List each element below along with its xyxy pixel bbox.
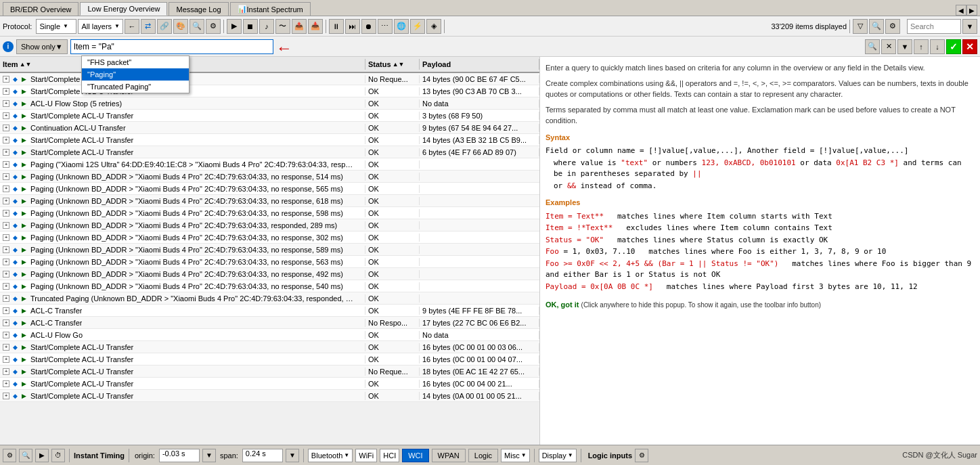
filter-clear-button[interactable]: ✕ — [881, 39, 896, 54]
expand-button[interactable]: + — [3, 88, 9, 95]
table-row[interactable]: + ◆ ▶ Paging (Unknown BD_ADDR > "Xiaomi … — [0, 195, 539, 207]
table-row[interactable]: + ◆ ▶ Start/Complete ACL-U Transfer No R… — [0, 366, 539, 378]
forward-button[interactable]: ⇄ — [141, 19, 156, 34]
table-row[interactable]: + ◆ ▶ Paging (Unknown BD_ADDR > "Xiaomi … — [0, 231, 539, 244]
expand-button[interactable]: + — [3, 234, 9, 241]
wifi-dropdown[interactable]: WiFi — [355, 449, 377, 462]
expand-button[interactable]: + — [3, 76, 9, 83]
expand-button[interactable]: + — [3, 100, 9, 107]
table-row[interactable]: + ◆ ▶ Paging (Unknown BD_ADDR > "Xiaomi … — [0, 219, 539, 231]
expand-button[interactable]: + — [3, 161, 9, 168]
tab-message-log[interactable]: Message Log — [169, 2, 228, 16]
zoom-btn[interactable]: 🔍 — [869, 19, 884, 34]
table-row[interactable]: + ◆ ▶ Truncated Paging (Unknown BD_ADDR … — [0, 292, 539, 305]
table-row[interactable]: + ◆ ▶ ACL-U Flow Stop (5 retries) OK No … — [0, 97, 539, 110]
bottom-btn-1[interactable]: ⚙ — [3, 449, 16, 462]
table-row[interactable]: + ◆ ▶ Start/Complete ACL-U Transfer OK 1… — [0, 134, 539, 146]
expand-button[interactable]: + — [3, 307, 9, 314]
misc-btn[interactable]: ⚡ — [410, 19, 425, 34]
bottom-btn-3[interactable]: ▶ — [35, 449, 49, 462]
expand-button[interactable]: + — [3, 332, 9, 338]
tab-instant-spectrum[interactable]: 📊 Instant Spectrum — [230, 2, 311, 16]
expand-button[interactable]: + — [3, 344, 9, 351]
table-row[interactable]: + ◆ ▶ ACL-C Transfer OK 9 bytes (4E FF F… — [0, 305, 539, 317]
search-expand-btn[interactable]: ▼ — [962, 19, 977, 34]
expand-button[interactable]: + — [3, 198, 9, 204]
tab-prev-button[interactable]: ◀ — [956, 5, 966, 16]
skip-btn[interactable]: ⏭ — [345, 19, 360, 34]
protocol-dropdown[interactable]: Single ▼ — [36, 19, 76, 34]
expand-button[interactable]: + — [3, 271, 9, 278]
show-only-button[interactable]: Show only ▼ — [16, 39, 68, 54]
logic-tab[interactable]: Logic — [468, 449, 498, 462]
table-row[interactable]: + ◆ ▶ Start/Complete ACL-U Transfer OK 1… — [0, 341, 539, 353]
filter-arrow-down-button[interactable]: ↓ — [930, 39, 945, 54]
filter-icon-btn[interactable]: ▽ — [853, 19, 868, 34]
tab-br-edr[interactable]: BR/EDR Overview — [3, 2, 79, 16]
filter-apply-button[interactable]: ✓ — [946, 39, 961, 54]
link-button[interactable]: 🔗 — [157, 19, 172, 34]
table-row[interactable]: + ◆ ▶ Start/Complete ACL-U Transfer OK 3… — [0, 110, 539, 122]
table-row[interactable]: + ◆ ▶ Paging (Unknown BD_ADDR > "Xiaomi … — [0, 183, 539, 195]
expand-button[interactable]: + — [3, 356, 9, 363]
search-input[interactable] — [910, 22, 958, 30]
color-button[interactable]: 🎨 — [173, 19, 188, 34]
expand-button[interactable]: + — [3, 295, 9, 302]
import-button[interactable]: 📥 — [308, 19, 323, 34]
autocomplete-item-truncated[interactable]: "Truncated Paging" — [82, 81, 189, 93]
filter-input-container[interactable] — [70, 39, 273, 54]
span-input[interactable]: 0.24 s — [242, 449, 283, 462]
settings-btn[interactable]: ⚙ — [885, 19, 900, 34]
bluetooth-dropdown[interactable]: Bluetooth ▼ — [308, 449, 353, 462]
filter-arrow-up-button[interactable]: ↑ — [914, 39, 929, 54]
table-row[interactable]: + ◆ ▶ Continuation ACL-U Transfer OK 9 b… — [0, 122, 539, 134]
wci-tab[interactable]: WCI — [402, 449, 428, 462]
tab-low-energy[interactable]: Low Energy Overview — [80, 2, 167, 16]
wave-button[interactable]: 〜 — [275, 19, 290, 34]
bottom-btn-4[interactable]: ⏱ — [51, 449, 65, 462]
expand-button[interactable]: + — [3, 210, 9, 217]
expand-button[interactable]: + — [3, 380, 9, 387]
play-button[interactable]: ▶ — [227, 19, 242, 34]
filter-input[interactable] — [74, 42, 270, 51]
table-row[interactable]: + ◆ ▶ Paging (Unknown BD_ADDR > "Xiaomi … — [0, 268, 539, 280]
ok-got-it-button[interactable]: OK, got it — [545, 301, 579, 309]
autocomplete-item-fhs[interactable]: "FHS packet" — [82, 56, 189, 68]
column-header-payload[interactable]: Payload — [420, 59, 539, 70]
expand-button[interactable]: + — [3, 393, 9, 399]
tab-next-button[interactable]: ▶ — [966, 5, 977, 16]
origin-dropdown-btn[interactable]: ▼ — [202, 449, 216, 462]
table-row[interactable]: + ◆ ▶ Start/Complete ACL-U Transfer OK 1… — [0, 378, 539, 390]
expand-button[interactable]: + — [3, 368, 9, 375]
span-dropdown-btn[interactable]: ▼ — [286, 449, 299, 462]
more-btn[interactable]: ⋯ — [378, 19, 393, 34]
table-row[interactable]: + ◆ ▶ Paging (Unknown BD_ADDR > "Xiaomi … — [0, 207, 539, 219]
expand-button[interactable]: + — [3, 283, 9, 290]
column-header-status[interactable]: Status ▲▼ — [365, 59, 420, 70]
rec-btn[interactable]: ⏺ — [361, 19, 376, 34]
extra-btn[interactable]: ◈ — [426, 19, 441, 34]
table-row[interactable]: + ◆ ▶ ACL-C Transfer No Respo... 17 byte… — [0, 317, 539, 329]
expand-button[interactable]: + — [3, 246, 9, 253]
stop-button[interactable]: ⏹ — [243, 19, 258, 34]
table-row[interactable]: + ◆ ▶ Paging ("Xiaomi 12S Ultra" 64:DD:E… — [0, 158, 539, 171]
hci-dropdown[interactable]: HCI — [380, 449, 399, 462]
filter-cancel-button[interactable]: ✕ — [962, 39, 977, 54]
origin-input[interactable]: -0.03 s — [159, 449, 200, 462]
expand-button[interactable]: + — [3, 112, 9, 119]
table-row[interactable]: + ◆ ▶ Paging (Unknown BD_ADDR > "Xiaomi … — [0, 171, 539, 183]
table-row[interactable]: + ◆ ▶ Start/Complete ACL-U Transfer OK 1… — [0, 390, 539, 402]
table-row[interactable]: + ◆ ▶ Paging (Unknown BD_ADDR > "Xiaomi … — [0, 280, 539, 292]
bottom-btn-2[interactable]: 🔍 — [19, 449, 32, 462]
export-button[interactable]: 📤 — [292, 19, 307, 34]
filter-dropdown-button[interactable]: ▼ — [897, 39, 912, 54]
search-toolbar-button[interactable]: 🔍 — [190, 19, 204, 34]
expand-button[interactable]: + — [3, 259, 9, 265]
globe-btn[interactable]: 🌐 — [394, 19, 409, 34]
logic-inputs-settings-btn[interactable]: ⚙ — [635, 449, 648, 462]
note-button[interactable]: ♪ — [259, 19, 274, 34]
table-row[interactable]: + ◆ ▶ Paging (Unknown BD_ADDR > "Xiaomi … — [0, 256, 539, 268]
expand-button[interactable]: + — [3, 319, 9, 326]
back-button[interactable]: ← — [125, 19, 139, 34]
table-row[interactable]: + ◆ ▶ Start/Complete ACL-U Transfer OK 6… — [0, 146, 539, 158]
